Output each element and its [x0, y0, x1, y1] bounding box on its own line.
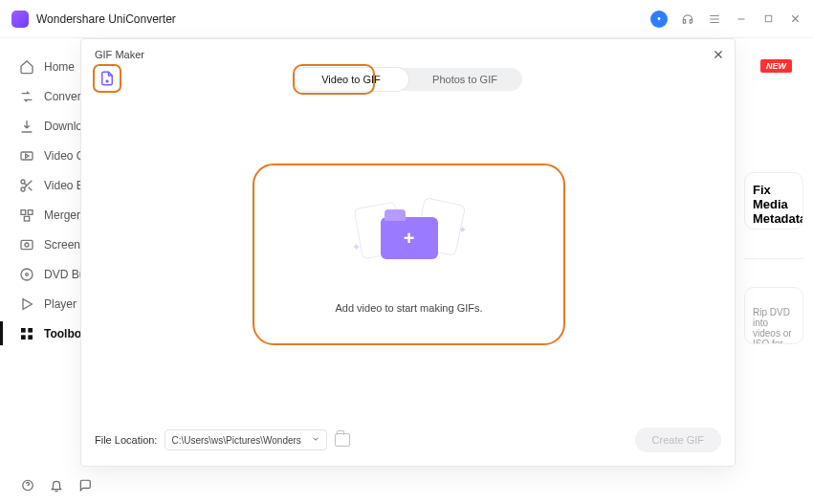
- create-gif-button[interactable]: Create GIF: [635, 427, 721, 452]
- svg-rect-14: [21, 335, 26, 340]
- svg-rect-7: [21, 240, 33, 249]
- sidebar-item-label: Player: [44, 297, 77, 311]
- drop-illustration: ✦ ✦ +: [352, 195, 467, 281]
- recorder-icon: [19, 237, 34, 252]
- svg-rect-13: [28, 328, 33, 333]
- svg-point-8: [25, 243, 29, 247]
- svg-point-3: [21, 187, 25, 191]
- title-bar-actions: •: [650, 11, 802, 28]
- drop-zone[interactable]: ✦ ✦ + Add video to start making GIFs.: [253, 164, 565, 345]
- svg-rect-4: [21, 209, 26, 214]
- svg-rect-12: [21, 328, 26, 333]
- new-badge: NEW: [760, 59, 792, 73]
- svg-point-2: [21, 180, 25, 184]
- sidebar-item-label: Home: [44, 60, 75, 74]
- modal-title: GIF Maker: [95, 49, 144, 60]
- peek-card-title: Fix Media Metadata: [753, 183, 795, 226]
- converter-icon: [19, 89, 34, 104]
- modal-header: GIF Maker: [81, 39, 735, 64]
- sparkle-icon: ✦: [352, 241, 361, 253]
- add-file-button[interactable]: [93, 64, 121, 93]
- file-location-value: C:\Users\ws\Pictures\Wonders: [171, 435, 300, 446]
- app-logo-icon: [11, 11, 29, 28]
- svg-rect-1: [21, 152, 33, 160]
- peek-card-text: Rip DVD into videos or ISO for CD.: [753, 307, 795, 344]
- download-icon: [19, 119, 34, 134]
- gif-maker-modal: GIF Maker Video to GIF Photos to GIF ✦ ✦…: [80, 38, 736, 467]
- merger-icon: [19, 208, 34, 223]
- menu-icon[interactable]: [708, 12, 721, 26]
- play-icon: [19, 296, 34, 312]
- close-icon[interactable]: [712, 48, 725, 61]
- peek-card-rip[interactable]: Rip DVD into videos or ISO for CD.: [744, 287, 803, 344]
- drop-zone-text: Add video to start making GIFs.: [335, 302, 482, 314]
- tab-photos-to-gif[interactable]: Photos to GIF: [408, 68, 522, 91]
- svg-rect-6: [24, 216, 29, 221]
- file-location-label: File Location:: [95, 434, 157, 446]
- sparkle-icon: ✦: [458, 224, 467, 236]
- svg-marker-11: [23, 298, 32, 309]
- tab-video-to-gif[interactable]: Video to GIF: [295, 68, 408, 91]
- maximize-icon[interactable]: [761, 12, 775, 26]
- mode-segmented-control: Video to GIF Photos to GIF: [295, 68, 522, 91]
- title-bar: Wondershare UniConverter •: [0, 0, 813, 38]
- compressor-icon: [19, 148, 34, 164]
- disc-icon: [19, 267, 34, 282]
- user-avatar[interactable]: •: [650, 11, 668, 28]
- peek-divider: [744, 258, 803, 259]
- bottom-bar: [0, 466, 113, 504]
- plus-icon: +: [404, 229, 415, 248]
- svg-point-10: [26, 273, 29, 275]
- headset-icon[interactable]: [681, 12, 694, 26]
- folder-icon: +: [381, 217, 438, 259]
- peek-card-metadata[interactable]: Fix Media Metadata Fix and edit metadata: [744, 172, 803, 230]
- browse-folder-button[interactable]: [335, 433, 350, 447]
- bell-icon[interactable]: [50, 478, 63, 492]
- chevron-down-icon: [311, 434, 320, 446]
- app-title: Wondershare UniConverter: [36, 12, 650, 26]
- sidebar-item-label: Merger: [44, 208, 80, 222]
- minimize-icon[interactable]: [735, 12, 748, 26]
- svg-rect-0: [765, 15, 771, 21]
- home-icon: [19, 59, 34, 75]
- svg-rect-15: [28, 335, 33, 340]
- toolbox-icon: [19, 326, 34, 341]
- help-icon[interactable]: [21, 478, 34, 492]
- close-window-icon[interactable]: [788, 12, 802, 26]
- svg-point-9: [21, 269, 33, 280]
- file-location-select[interactable]: C:\Users\ws\Pictures\Wonders: [165, 429, 327, 450]
- modal-footer: File Location: C:\Users\ws\Pictures\Wond…: [95, 427, 721, 452]
- feedback-icon[interactable]: [78, 478, 92, 492]
- svg-rect-5: [28, 209, 33, 214]
- scissors-icon: [19, 178, 34, 193]
- peek-card-sub: Fix and edit metadata: [753, 228, 795, 230]
